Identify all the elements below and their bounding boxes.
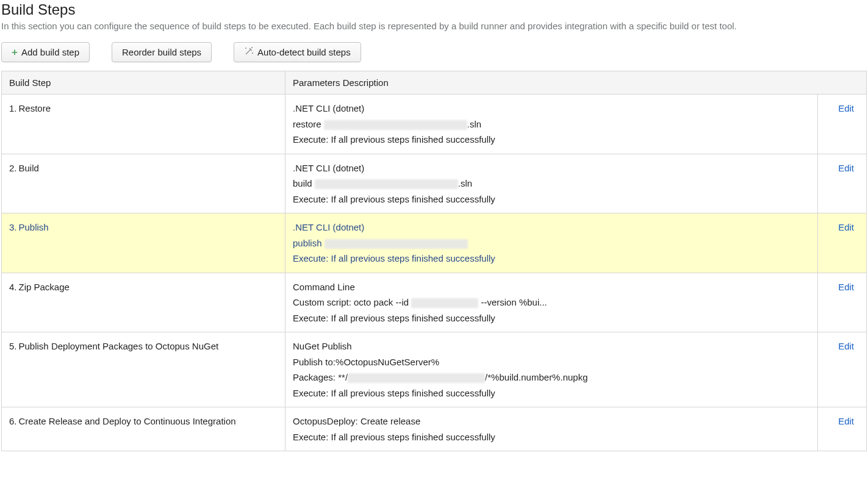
edit-link[interactable]: Edit <box>838 163 854 173</box>
step-edit-cell: Edit <box>818 154 867 213</box>
step-edit-cell: Edit <box>818 213 867 273</box>
edit-link[interactable]: Edit <box>838 341 854 351</box>
add-build-step-button[interactable]: + Add build step <box>1 42 90 62</box>
step-edit-cell: Edit <box>818 95 867 154</box>
step-name-cell: 4.Zip Package <box>2 273 285 332</box>
reorder-build-steps-button[interactable]: Reorder build steps <box>112 42 212 62</box>
step-index: 5. <box>9 338 17 354</box>
edit-link[interactable]: Edit <box>838 282 854 292</box>
step-params-cell: NuGet PublishPublish to:%OctopusNuGetSer… <box>285 332 818 407</box>
table-row: 1.Restore.NET CLI (dotnet)restore .slnEx… <box>2 95 867 154</box>
step-index: 4. <box>9 279 17 295</box>
table-row: 5.Publish Deployment Packages to Octopus… <box>2 332 867 407</box>
step-params-cell: .NET CLI (dotnet)restore .slnExecute: If… <box>285 95 818 154</box>
step-edit-cell: Edit <box>818 407 867 451</box>
step-params-cell: OctopusDeploy: Create releaseExecute: If… <box>285 407 818 451</box>
step-title: Build <box>19 160 278 176</box>
col-header-build-step: Build Step <box>2 71 285 95</box>
build-steps-table: Build Step Parameters Description 1.Rest… <box>1 71 867 451</box>
page-description: In this section you can configure the se… <box>1 21 867 31</box>
step-name-cell: 2.Build <box>2 154 285 213</box>
step-name-cell: 5.Publish Deployment Packages to Octopus… <box>2 332 285 407</box>
edit-link[interactable]: Edit <box>838 416 854 426</box>
table-row: 4.Zip PackageCommand LineCustom script: … <box>2 273 867 332</box>
step-params-cell: .NET CLI (dotnet)build .slnExecute: If a… <box>285 154 818 213</box>
step-title: Zip Package <box>19 279 278 295</box>
table-row: 3.Publish.NET CLI (dotnet)publish Execut… <box>2 213 867 273</box>
reorder-build-steps-label: Reorder build steps <box>122 47 201 57</box>
page-title: Build Steps <box>1 1 867 18</box>
add-build-step-label: Add build step <box>21 47 79 57</box>
step-index: 6. <box>9 413 17 429</box>
step-title: Publish <box>19 220 278 235</box>
step-index: 2. <box>9 160 17 176</box>
col-header-params: Parameters Description <box>285 71 867 95</box>
svg-point-4 <box>253 53 253 54</box>
step-params-cell: Command LineCustom script: octo pack --i… <box>285 273 818 332</box>
svg-point-3 <box>252 48 253 48</box>
step-title: Create Release and Deploy to Continuous … <box>19 413 278 429</box>
step-title: Publish Deployment Packages to Octopus N… <box>19 338 278 354</box>
autodetect-build-steps-button[interactable]: Auto-detect build steps <box>234 42 361 62</box>
svg-point-2 <box>246 48 246 49</box>
wand-icon <box>244 46 254 58</box>
edit-link[interactable]: Edit <box>838 222 854 232</box>
table-row: 2.Build.NET CLI (dotnet)build .slnExecut… <box>2 154 867 213</box>
step-index: 3. <box>9 220 17 235</box>
edit-link[interactable]: Edit <box>838 103 854 113</box>
step-index: 1. <box>9 101 17 116</box>
step-name-cell: 6.Create Release and Deploy to Continuou… <box>2 407 285 451</box>
step-name-cell: 1.Restore <box>2 95 285 154</box>
plus-icon: + <box>12 47 18 57</box>
step-edit-cell: Edit <box>818 332 867 407</box>
table-row: 6.Create Release and Deploy to Continuou… <box>2 407 867 451</box>
step-edit-cell: Edit <box>818 273 867 332</box>
step-title: Restore <box>19 101 278 116</box>
autodetect-build-steps-label: Auto-detect build steps <box>257 47 351 57</box>
step-name-cell: 3.Publish <box>2 213 285 273</box>
toolbar: + Add build step Reorder build steps Aut… <box>1 42 867 62</box>
step-params-cell: .NET CLI (dotnet)publish Execute: If all… <box>285 213 818 273</box>
svg-line-0 <box>246 49 251 54</box>
